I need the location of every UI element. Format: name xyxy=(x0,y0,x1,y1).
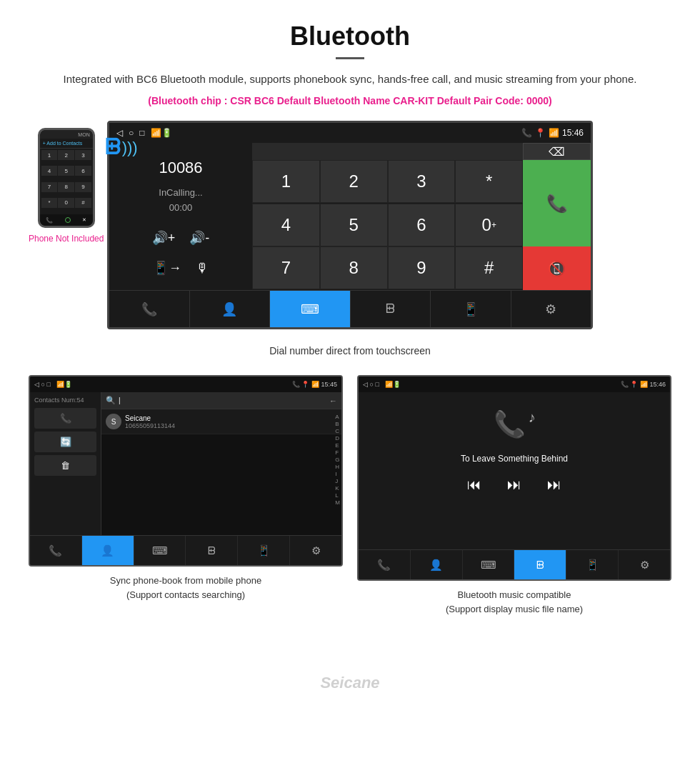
phonebook-content: Contacts Num:54 📞 🔄 🗑 🔍 ← S Se xyxy=(30,392,341,535)
dialer-left-panel: 10086 InCalling... 00:00 🔊+ 🔊- 📱→ 🎙 xyxy=(109,143,252,290)
recents-icon: □ xyxy=(139,128,144,138)
numpad-0plus[interactable]: 0+ xyxy=(455,204,523,246)
lower-screenshots-section: ◁ ○ □ 📶🔋 📞 📍 📶 15:45 Contacts Num:54 📞 🔄… xyxy=(0,375,700,620)
dialer-numpad: ⌫ 1 2 3 * 📞 4 5 6 0+ 7 xyxy=(252,143,591,290)
phone-illustration: MON + Add to Contacts 123 456 789 *0# 📞 … xyxy=(29,128,104,244)
call-action-btn[interactable]: 📞 xyxy=(34,408,96,429)
mute-btn[interactable]: 🎙 xyxy=(196,260,209,276)
pb-status-right: 📞 📍 📶 15:45 xyxy=(292,381,337,388)
numpad-6[interactable]: 6 xyxy=(388,204,456,246)
music-controls: ⏮ ⏭ ⏭ xyxy=(467,477,561,493)
numpad-8[interactable]: 8 xyxy=(320,246,388,289)
pb-nav-dialpad[interactable]: ⌨ xyxy=(134,536,186,565)
music-nav-bt[interactable]: ᗸ xyxy=(514,550,566,579)
numpad-9[interactable]: 9 xyxy=(388,246,456,289)
music-icon-row: 📞 ♪ xyxy=(494,409,536,439)
numpad-4[interactable]: 4 xyxy=(252,204,320,246)
numpad-3[interactable]: 3 xyxy=(388,160,456,203)
dialer-body: 10086 InCalling... 00:00 🔊+ 🔊- 📱→ 🎙 xyxy=(109,143,591,290)
pb-status-left: ◁ ○ □ 📶🔋 xyxy=(34,381,72,388)
contact-row[interactable]: S Seicane 10655059113144 xyxy=(101,409,341,434)
pb-back-icon: ← xyxy=(329,397,337,405)
location-icon: 📍 xyxy=(535,128,546,138)
dial-timer: 00:00 xyxy=(116,202,245,213)
phone-add-contacts: + Add to Contacts xyxy=(40,139,93,149)
music-content: 📞 ♪ To Leave Something Behind ⏮ ⏭ ⏭ xyxy=(359,392,670,549)
nav-calls[interactable]: 📞 xyxy=(109,291,190,327)
music-nav-dialpad[interactable]: ⌨ xyxy=(463,550,515,579)
transfer-btn[interactable]: 📱→ xyxy=(153,260,181,276)
sync-action-btn[interactable]: 🔄 xyxy=(34,432,96,452)
music-status-bar: ◁ ○ □ 📶🔋 📞 📍 📶 15:46 xyxy=(359,376,670,392)
numpad-1[interactable]: 1 xyxy=(252,160,320,203)
nav-dialpad[interactable]: ⌨ xyxy=(270,291,351,327)
hangup-icon: 📵 xyxy=(548,260,566,277)
dial-status: InCalling... xyxy=(116,187,245,198)
wifi-icon: 📶 xyxy=(549,128,559,138)
music-nav-transfer[interactable]: 📱 xyxy=(566,550,619,579)
numpad-hash[interactable]: # xyxy=(455,246,523,289)
contact-info: Seicane 10655059113144 xyxy=(125,414,175,429)
alpha-index: ABCDE FGHIJ KLM xyxy=(334,412,341,507)
status-time: 15:46 xyxy=(562,128,584,138)
content-wrapper: MON + Add to Contacts 123 456 789 *0# 📞 … xyxy=(0,114,700,368)
page-header: Bluetooth Integrated with BC6 Bluetooth … xyxy=(0,0,700,114)
music-column: ◁ ○ □ 📶🔋 📞 📍 📶 15:46 📞 ♪ To Leave Someth… xyxy=(357,375,671,620)
phonebook-caption: Sync phone-book from mobile phone (Suppo… xyxy=(104,567,267,606)
dialer-nav-bar: 📞 👤 ⌨ ᗸ 📱 ⚙ xyxy=(109,290,591,327)
numpad-7[interactable]: 7 xyxy=(252,246,320,289)
nav-bluetooth[interactable]: ᗸ xyxy=(351,291,431,327)
backspace-btn[interactable]: ⌫ xyxy=(523,143,591,160)
delete-action-btn[interactable]: 🗑 xyxy=(34,455,96,476)
numpad-2[interactable]: 2 xyxy=(320,160,388,203)
next-btn[interactable]: ⏭ xyxy=(547,477,561,493)
numpad-5[interactable]: 5 xyxy=(320,204,388,246)
music-status-left: ◁ ○ □ 📶🔋 xyxy=(363,381,401,388)
dial-screen-caption: Dial number direct from touchscreen xyxy=(0,336,700,368)
bluetooth-icon: ᗸ xyxy=(105,135,121,160)
numpad-star[interactable]: * xyxy=(455,160,523,203)
contacts-num-label: Contacts Num:54 xyxy=(34,397,96,404)
pb-right-panel: 🔍 ← S Seicane 10655059113144 ABCDE xyxy=(101,392,341,535)
nav-transfer[interactable]: 📱 xyxy=(431,291,511,327)
header-specs: (Bluetooth chip : CSR BC6 Default Blueto… xyxy=(43,95,657,106)
play-pause-btn[interactable]: ⏭ xyxy=(507,477,521,493)
pb-nav-bt[interactable]: ᗸ xyxy=(186,536,238,565)
phonebook-screen: ◁ ○ □ 📶🔋 📞 📍 📶 15:45 Contacts Num:54 📞 🔄… xyxy=(29,375,343,567)
status-bar-right: 📞 📍 📶 15:46 xyxy=(521,128,584,138)
pb-nav-contacts[interactable]: 👤 xyxy=(82,536,134,565)
hangup-button[interactable]: 📵 xyxy=(523,246,591,290)
call-button[interactable]: 📞 xyxy=(523,160,591,246)
music-nav-contacts[interactable]: 👤 xyxy=(411,550,463,579)
status-bar: ◁ ○ □ 📶🔋 📞 📍 📶 15:46 xyxy=(109,123,591,143)
music-screen: ◁ ○ □ 📶🔋 📞 📍 📶 15:46 📞 ♪ To Leave Someth… xyxy=(357,375,671,581)
pb-nav-bar: 📞 👤 ⌨ ᗸ 📱 ⚙ xyxy=(30,535,341,565)
contact-avatar: S xyxy=(106,414,121,429)
pb-blank-area xyxy=(101,434,341,535)
nav-settings[interactable]: ⚙ xyxy=(511,291,591,327)
phonebook-status-bar: ◁ ○ □ 📶🔋 📞 📍 📶 15:45 xyxy=(30,376,341,392)
phone-not-included-label: Phone Not Included xyxy=(29,234,104,244)
dialer-screen: ◁ ○ □ 📶🔋 📞 📍 📶 15:46 10086 InCalling.. xyxy=(107,121,593,329)
volume-down-btn[interactable]: 🔊- xyxy=(189,230,209,246)
music-nav-calls[interactable]: 📞 xyxy=(359,550,411,579)
pb-nav-calls[interactable]: 📞 xyxy=(30,536,82,565)
music-nav-settings[interactable]: ⚙ xyxy=(619,550,670,579)
prev-btn[interactable]: ⏮ xyxy=(467,477,481,493)
pb-search-bar: 🔍 ← xyxy=(101,392,341,409)
phone-signal-icon: 📞 xyxy=(521,128,532,138)
search-icon: 🔍 xyxy=(106,396,116,405)
pb-nav-transfer[interactable]: 📱 xyxy=(238,536,290,565)
pb-search-input[interactable] xyxy=(119,397,326,404)
volume-up-btn[interactable]: 🔊+ xyxy=(152,230,176,246)
music-caption: Bluetooth music compatible (Support disp… xyxy=(440,581,589,620)
signal-icons: 📶🔋 xyxy=(151,128,172,138)
pb-nav-settings[interactable]: ⚙ xyxy=(290,536,341,565)
nav-contacts[interactable]: 👤 xyxy=(190,291,271,327)
call-icon: 📞 xyxy=(546,194,568,214)
page-title: Bluetooth xyxy=(43,21,657,51)
bluetooth-icon-area: ᗸ ))) xyxy=(105,135,138,160)
music-status-right: 📞 📍 📶 15:46 xyxy=(621,381,666,388)
music-note-icon: ♪ xyxy=(529,409,536,426)
pb-left-panel: Contacts Num:54 📞 🔄 🗑 xyxy=(30,392,101,535)
